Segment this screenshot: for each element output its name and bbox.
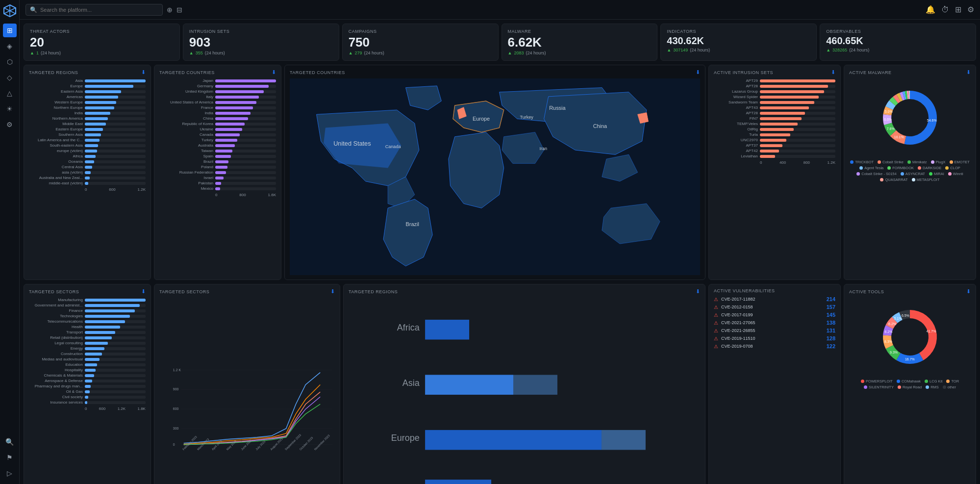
bar-fill <box>85 374 94 377</box>
bar-fill <box>85 331 115 334</box>
bar-fill <box>85 320 125 323</box>
sidebar-icon-dashboard[interactable]: ⊞ <box>3 24 17 37</box>
bar-track <box>215 139 276 142</box>
legend-label: CLOP <box>950 166 960 170</box>
stats-row: THREAT ACTORS 20 ▲ 1 (24 hours) INTRUSIO… <box>24 24 976 61</box>
bar-fill <box>85 369 96 372</box>
sidebar: ⊞ ◈ ⬡ ◇ △ ☀ ⚙ 🔍 ⚑ ▷ <box>0 0 20 484</box>
stat-delta-5: ▲ 328265 (24 hours) <box>826 48 970 52</box>
sidebar-icon-analysis[interactable]: ⬡ <box>3 55 17 69</box>
bar-label: Manufacturing <box>29 298 83 302</box>
download-targeted-regions[interactable]: ⬇ <box>141 69 146 76</box>
legend-item: POWERSPLOIT <box>861 379 893 383</box>
svg-text:600: 600 <box>173 407 179 410</box>
stat-malware: MALWARE 6.62K ▲ 2083 (24 hours) <box>502 24 658 61</box>
vuln-count: 138 <box>827 320 835 326</box>
bar-label: Government and administ... <box>29 303 83 307</box>
download-sectors-line[interactable]: ⬇ <box>330 288 335 295</box>
tools-donut: 41.7%16.7%9.3%8.3%6.2%6.2%5.1%6.5% POWER… <box>849 298 971 389</box>
download-map[interactable]: ⬇ <box>696 69 701 76</box>
bar-fill <box>85 347 104 350</box>
bar-fill <box>85 326 120 329</box>
bar-label: Retail (distribution) <box>29 335 83 340</box>
legend-label: Agent Tesla <box>864 166 883 170</box>
sidebar-icon-threats[interactable]: ◇ <box>3 71 17 84</box>
download-malware[interactable]: ⬇ <box>966 69 971 76</box>
bar-fill <box>760 101 814 104</box>
bar-row: Eastern Europe <box>29 127 146 131</box>
stat-value-4: 430.62K <box>667 36 810 46</box>
vuln-name: CVE-2017-11882 <box>721 297 824 302</box>
panel-title-map: TARGETED COUNTRIES ⬇ <box>290 69 700 76</box>
sidebar-icon-actors[interactable]: △ <box>3 86 17 100</box>
bar-track <box>760 123 835 126</box>
bar-fill <box>85 144 98 147</box>
vuln-list: ⚠ CVE-2017-11882 214 ⚠ CVE-2012-0158 157… <box>714 296 835 349</box>
download-countries[interactable]: ⬇ <box>272 69 276 76</box>
svg-text:0: 0 <box>173 443 175 446</box>
gear-icon[interactable]: ⚙ <box>967 5 974 14</box>
bar-label: Canada <box>159 132 213 137</box>
grid-icon[interactable]: ⊞ <box>955 5 961 14</box>
bar-track <box>215 171 276 174</box>
legend-item: METASPLOIT <box>912 178 940 182</box>
sidebar-icon-settings[interactable]: ⚙ <box>3 118 17 131</box>
download-sectors[interactable]: ⬇ <box>141 288 146 295</box>
sidebar-icon-flag[interactable]: ⚑ <box>3 451 17 464</box>
legend-item: Cobalt Strike <box>878 160 904 164</box>
bar-track <box>85 106 146 109</box>
download-intrusion[interactable]: ⬇ <box>831 69 836 76</box>
panel-title-tools: ACTIVE TOOLS ⬇ <box>849 288 971 295</box>
panel-title-countries: TARGETED COUNTRIES ⬇ <box>159 69 276 76</box>
bar-label: Australia <box>159 143 213 148</box>
bar-track <box>760 150 835 153</box>
bar-label: UNC2970 <box>714 138 758 142</box>
delta-arrow-4: ▲ <box>667 48 671 52</box>
legend-label: Royal Road <box>903 385 922 389</box>
legend-dot <box>948 172 952 176</box>
search-box[interactable]: 🔍 <box>25 4 163 16</box>
bar-fill <box>215 128 242 131</box>
bar-label: APT43 <box>714 105 758 110</box>
bar-label: Chemicals & Materials <box>29 373 83 378</box>
sidebar-icon-expand[interactable]: ▷ <box>3 466 17 480</box>
bar-fill <box>215 79 276 82</box>
vuln-icon: ⚠ <box>714 305 718 310</box>
sidebar-icon-intel[interactable]: ☀ <box>3 102 17 116</box>
bar-row: Central Asia <box>29 165 146 169</box>
filter-icon[interactable]: ⊕ <box>167 6 173 14</box>
bar-track <box>85 336 146 339</box>
export-icon[interactable]: ⊟ <box>176 6 182 14</box>
bar-row: South-eastern Asia <box>29 143 146 148</box>
delta-time-4: (24 hours) <box>690 48 710 52</box>
legend-item: ASYNCRAT <box>901 172 925 176</box>
vuln-icon: ⚠ <box>714 344 718 349</box>
download-tools[interactable]: ⬇ <box>966 288 971 295</box>
panel-active-intrusion: ACTIVE INTRUSION SETS ⬇ APT29 APT28 Laza… <box>708 65 841 280</box>
bar-fill <box>85 342 108 345</box>
legend-item: other <box>943 385 956 389</box>
bar-fill <box>85 385 91 388</box>
vuln-row: ⚠ CVE-2021-27065 138 <box>714 320 835 326</box>
download-regions2[interactable]: ⬇ <box>696 288 701 295</box>
bar-fill <box>85 79 146 82</box>
bar-track <box>760 112 835 115</box>
delta-time-1: (24 hours) <box>205 51 225 55</box>
legend-item: FORMBOOK <box>887 166 914 170</box>
legend-item: MIRAI <box>929 172 944 176</box>
bar-label: India <box>29 111 83 115</box>
clock-icon[interactable]: ⏱ <box>941 5 949 14</box>
legend-item: LCG Kit <box>925 379 942 383</box>
donut-label: 16.7% <box>905 357 915 361</box>
bar-fill <box>760 112 805 115</box>
notifications-icon[interactable]: 🔔 <box>926 5 935 14</box>
search-input[interactable] <box>40 7 158 13</box>
sidebar-icon-investigations[interactable]: ◈ <box>3 39 17 53</box>
sidebar-icon-search[interactable]: 🔍 <box>3 435 17 449</box>
bar-row: Israel <box>159 176 276 180</box>
stat-value-5: 460.65K <box>826 36 970 46</box>
vuln-name: CVE-2021-26855 <box>721 328 824 333</box>
app-logo[interactable] <box>3 4 17 18</box>
bar-row: Poland <box>159 165 276 169</box>
bar-row: Turkey <box>159 138 276 142</box>
